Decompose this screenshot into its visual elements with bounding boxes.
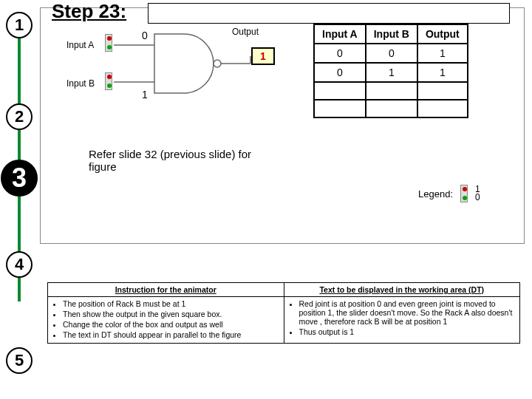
cell: 0: [366, 44, 417, 63]
list-item: Change the color of the box and output a…: [63, 320, 279, 329]
legend: Legend: 1 0: [418, 185, 480, 202]
list-item: The position of Rack B must be at 1: [63, 299, 279, 308]
th-input-b: Input B: [366, 24, 417, 44]
step-bubble-1[interactable]: 1: [6, 12, 33, 38]
table-row: [314, 100, 468, 117]
slide: 1 2 3 4 5 Step 23: Input A Input B Outpu…: [0, 0, 532, 399]
switch-input-a[interactable]: [105, 34, 112, 52]
truth-table: Input A Input B Output 0 0 1 0 1 1: [313, 24, 468, 118]
list-item: Thus output is 1: [299, 327, 516, 336]
switch-input-b[interactable]: [105, 72, 112, 90]
table-row: 0 0 1: [314, 44, 468, 63]
list-item: Then show the output in the given square…: [63, 310, 279, 318]
legend-value-0: 0: [475, 194, 480, 202]
instr-right-header: Text to be displayed in the working area…: [284, 283, 520, 297]
cell: 1: [417, 44, 468, 63]
instr-left-cell: The position of Rack B must be at 1 Then…: [48, 297, 284, 344]
nand-gate-icon: [114, 27, 262, 100]
cell: 1: [417, 63, 468, 82]
table-row: 0 1 1: [314, 63, 468, 82]
table-header-row: Input A Input B Output: [314, 24, 468, 44]
list-item: The text in DT should appear in parallel…: [63, 330, 279, 339]
title-input-box[interactable]: [148, 3, 510, 24]
step-bubble-5[interactable]: 5: [6, 347, 33, 374]
label-input-b: Input B: [66, 78, 95, 89]
cell: 1: [366, 63, 417, 82]
cell: 0: [314, 63, 366, 82]
cell: [366, 100, 417, 117]
th-input-a: Input A: [314, 24, 366, 44]
svg-point-2: [214, 60, 221, 67]
cell: [314, 100, 366, 117]
table-row: [314, 82, 468, 100]
refer-note: Refer slide 32 (previous slide) for figu…: [89, 148, 273, 173]
list-item: Red joint is at position 0 and even gree…: [299, 299, 516, 326]
legend-switch-icon: [460, 185, 468, 202]
cell: [417, 100, 468, 117]
cell: 0: [314, 44, 366, 63]
cell: [314, 82, 366, 100]
cell: [417, 82, 468, 100]
cell: [366, 82, 417, 100]
output-value-box: 1: [251, 47, 275, 65]
page-title: Step 23:: [52, 0, 126, 23]
step-bubble-2[interactable]: 2: [6, 103, 33, 130]
step-bubble-4[interactable]: 4: [6, 251, 33, 278]
th-output: Output: [417, 24, 468, 44]
label-input-a: Input A: [66, 40, 94, 50]
legend-values: 1 0: [475, 185, 480, 202]
step-bubble-3[interactable]: 3: [1, 160, 38, 197]
instruction-table: Instruction for the animator Text to be …: [47, 282, 520, 344]
instr-right-cell: Red joint is at position 0 and even gree…: [284, 297, 520, 344]
logic-circuit: Input A Input B Output 0 1 1: [47, 27, 313, 115]
instr-left-header: Instruction for the animator: [48, 283, 284, 297]
legend-label: Legend:: [418, 188, 453, 200]
